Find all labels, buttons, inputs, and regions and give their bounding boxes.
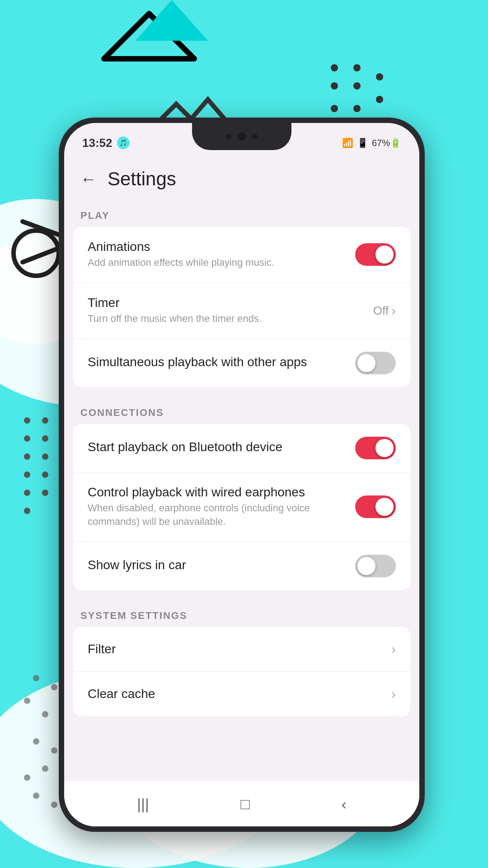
simultaneous-playback-item[interactable]: Simultaneous playback with other apps bbox=[73, 339, 410, 387]
wired-earphones-toggle-knob bbox=[375, 498, 394, 516]
battery-icon: 67%🔋 bbox=[372, 137, 401, 148]
bluetooth-playback-toggle-knob bbox=[375, 439, 394, 457]
svg-line-22 bbox=[23, 246, 63, 262]
show-lyrics-car-item[interactable]: Show lyrics in car bbox=[73, 542, 410, 590]
svg-point-48 bbox=[51, 802, 57, 808]
svg-point-38 bbox=[24, 698, 30, 704]
show-lyrics-car-toggle-knob bbox=[357, 557, 375, 575]
app-content: ← Settings PLAY Animations Add animation… bbox=[64, 155, 419, 826]
sensor bbox=[252, 134, 258, 139]
show-lyrics-car-title: Show lyrics in car bbox=[88, 558, 346, 572]
signal-icon: 📱 bbox=[357, 137, 368, 148]
svg-point-34 bbox=[42, 490, 48, 496]
timer-chevron: › bbox=[391, 303, 396, 318]
bluetooth-playback-title: Start playback on Bluetooth device bbox=[88, 440, 346, 454]
simultaneous-playback-title: Simultaneous playback with other apps bbox=[88, 355, 346, 369]
svg-point-10 bbox=[353, 64, 361, 71]
svg-point-31 bbox=[24, 472, 30, 478]
svg-point-14 bbox=[331, 105, 338, 112]
music-status-icon: 🎵 bbox=[117, 137, 130, 149]
clear-cache-item[interactable]: Clear cache › bbox=[73, 672, 410, 716]
svg-point-30 bbox=[42, 453, 48, 460]
svg-point-39 bbox=[42, 711, 48, 717]
section-connections-label: CONNECTIONS bbox=[64, 398, 419, 424]
front-camera bbox=[226, 134, 231, 139]
system-section-card: Filter › Clear cache › bbox=[73, 627, 410, 716]
svg-point-42 bbox=[51, 747, 57, 754]
filter-title: Filter bbox=[88, 642, 116, 656]
play-section-card: Animations Add animation effects while p… bbox=[73, 227, 410, 387]
section-system-label: SYSTEM SETTINGS bbox=[64, 601, 419, 627]
phone-frame: 13:52 🎵 📶 📱 67%🔋 ← Settings bbox=[59, 118, 425, 832]
simultaneous-playback-toggle[interactable] bbox=[355, 352, 396, 374]
bluetooth-playback-toggle[interactable] bbox=[355, 437, 396, 459]
wired-earphones-title: Control playback with wired earphones bbox=[88, 485, 346, 500]
home-button[interactable]: □ bbox=[240, 795, 250, 813]
header: ← Settings bbox=[64, 155, 419, 201]
animations-item[interactable]: Animations Add animation effects while p… bbox=[73, 227, 410, 283]
svg-point-13 bbox=[376, 73, 383, 80]
animations-title: Animations bbox=[88, 240, 346, 254]
svg-point-41 bbox=[33, 738, 39, 745]
svg-point-35 bbox=[24, 508, 30, 514]
status-icons: 📶 📱 67%🔋 bbox=[342, 137, 401, 148]
nav-bar: ||| □ ‹ bbox=[64, 781, 419, 826]
svg-point-37 bbox=[51, 684, 57, 690]
wired-earphones-subtitle: When disabled, earphone controls (includ… bbox=[88, 501, 346, 529]
svg-point-32 bbox=[42, 472, 48, 478]
svg-marker-6 bbox=[136, 0, 208, 41]
svg-point-16 bbox=[376, 96, 383, 103]
wired-earphones-item[interactable]: Control playback with wired earphones Wh… bbox=[73, 472, 410, 542]
svg-point-26 bbox=[42, 417, 48, 424]
svg-point-25 bbox=[24, 417, 30, 424]
svg-point-33 bbox=[24, 490, 30, 496]
clear-cache-title: Clear cache bbox=[88, 687, 155, 701]
page-title: Settings bbox=[108, 168, 176, 190]
wifi-icon: 📶 bbox=[342, 137, 353, 148]
timer-title: Timer bbox=[88, 296, 364, 310]
filter-chevron: › bbox=[391, 642, 396, 657]
wired-earphones-toggle[interactable] bbox=[355, 495, 396, 518]
svg-point-44 bbox=[42, 765, 48, 772]
filter-item[interactable]: Filter › bbox=[73, 627, 410, 672]
svg-point-29 bbox=[24, 453, 30, 460]
show-lyrics-car-toggle[interactable] bbox=[355, 555, 396, 577]
svg-marker-5 bbox=[104, 14, 194, 59]
svg-point-11 bbox=[331, 82, 338, 90]
clear-cache-chevron: › bbox=[391, 686, 396, 702]
camera-lens bbox=[238, 132, 246, 141]
svg-point-36 bbox=[33, 675, 39, 681]
svg-point-9 bbox=[331, 64, 338, 71]
svg-point-20 bbox=[14, 231, 59, 276]
svg-point-28 bbox=[42, 435, 48, 442]
bluetooth-playback-item[interactable]: Start playback on Bluetooth device bbox=[73, 424, 410, 472]
animations-subtitle: Add animation effects while playing musi… bbox=[88, 256, 346, 270]
section-play-label: PLAY bbox=[64, 201, 419, 227]
svg-point-15 bbox=[353, 105, 361, 112]
recent-apps-button[interactable]: ||| bbox=[137, 795, 149, 813]
animations-toggle[interactable] bbox=[355, 243, 396, 266]
timer-subtitle: Turn off the music when the timer ends. bbox=[88, 312, 364, 326]
animations-toggle-knob bbox=[375, 245, 394, 264]
timer-value: Off › bbox=[373, 303, 396, 318]
timer-item[interactable]: Timer Turn off the music when the timer … bbox=[73, 283, 410, 339]
svg-point-27 bbox=[24, 435, 30, 442]
svg-point-12 bbox=[353, 82, 361, 90]
svg-point-45 bbox=[24, 774, 30, 781]
svg-point-47 bbox=[33, 793, 39, 799]
clock: 13:52 🎵 bbox=[82, 136, 130, 150]
notch bbox=[192, 123, 291, 150]
back-button[interactable]: ← bbox=[80, 170, 97, 189]
connections-section-card: Start playback on Bluetooth device Contr… bbox=[73, 424, 410, 590]
simultaneous-playback-toggle-knob bbox=[357, 354, 375, 372]
back-nav-button[interactable]: ‹ bbox=[341, 795, 346, 813]
